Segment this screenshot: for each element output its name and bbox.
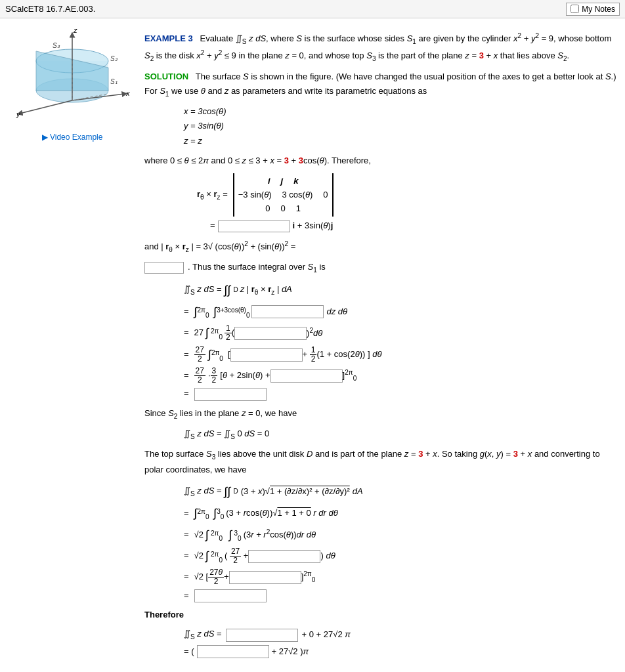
svg-text:y: y — [16, 110, 21, 118]
svg-text:S₃: S₃ — [53, 42, 60, 49]
page-title: SCalcET8 16.7.AE.003. — [5, 4, 95, 14]
video-example-link[interactable]: ▶ Video Example — [42, 133, 103, 142]
input-s3-final[interactable] — [194, 589, 267, 602]
input-final-2[interactable] — [197, 645, 269, 658]
input-s3-bracket[interactable] — [229, 571, 301, 584]
input-s1-inner[interactable] — [251, 305, 324, 318]
cross-product-result: = i + 3sin(θ)j — [210, 219, 618, 233]
domain-text: where 0 ≤ θ ≤ 2π and 0 ≤ z ≤ 3 + x = 3 +… — [144, 154, 618, 168]
my-notes-checkbox[interactable] — [571, 5, 579, 13]
parametric-equations: x = 3cos(θ) y = 3sin(θ) z = z — [184, 105, 618, 148]
s3-text: The top surface S3 lies above the unit d… — [144, 447, 618, 477]
surface-integral-s3: ∬S z dS = ∫∫ D (3 + x)√1 + (∂z/∂x)² + (∂… — [144, 482, 618, 602]
example-description: EXAMPLE 3 Evaluate ∬S z dS, where S is t… — [144, 30, 618, 64]
left-panel: y x z S₂ S₁ S₃ ▶ Video Example — [7, 25, 138, 663]
my-notes-label: My Notes — [582, 5, 615, 14]
input-s1-bracket[interactable] — [270, 369, 343, 383]
final-answer: ∬S z dS = + 0 + 27√2 π = ( + 27√2 )π — [144, 627, 618, 658]
input-final-1[interactable] — [226, 629, 298, 642]
input-s1-expand[interactable] — [230, 348, 303, 362]
figure-area: y x z S₂ S₁ S₃ — [13, 25, 131, 130]
video-icon: ▶ — [42, 133, 48, 142]
svg-text:S₂: S₂ — [110, 55, 118, 62]
s2-text: Since S2 lies in the plane z = 0, we hav… — [144, 406, 618, 422]
solution-section: SOLUTION The surface S is shown in the f… — [144, 70, 618, 100]
input-cross-product[interactable] — [218, 220, 290, 232]
cross-product-matrix: rθ × rz = i j k −3 sin(θ) 3 cos(θ) 0 0 0… — [197, 173, 618, 217]
input-s1-final[interactable] — [194, 388, 267, 401]
s2-integral: ∬S z dS = ∬S 0 dS = 0 — [184, 427, 618, 442]
video-label: Video Example — [50, 133, 103, 142]
input-s1-mid[interactable] — [234, 327, 307, 340]
figure-svg: y x z S₂ S₁ S₃ — [13, 25, 131, 127]
input-magnitude[interactable] — [144, 262, 184, 274]
input-s3-inner[interactable] — [248, 550, 320, 563]
magnitude-result: . Thus the surface integral over S1 is — [144, 261, 618, 276]
surface-integral-s1: ∬S z dS = ∫∫ D z | rθ × rz | dA = ∫2π0 ∫… — [144, 281, 618, 401]
svg-text:x: x — [125, 89, 130, 97]
example-label: EXAMPLE 3 — [144, 33, 193, 43]
magnitude-line: and | rθ × rz | = 3√ (cos(θ))2 + (sin(θ)… — [144, 238, 618, 255]
svg-text:z: z — [73, 26, 77, 34]
right-panel: EXAMPLE 3 Evaluate ∬S z dS, where S is t… — [144, 25, 618, 663]
solution-label: SOLUTION — [144, 72, 188, 81]
svg-line-4 — [20, 100, 72, 114]
therefore-label: Therefore — [144, 608, 618, 622]
svg-text:S₁: S₁ — [110, 78, 118, 85]
my-notes-button[interactable]: My Notes — [566, 3, 620, 16]
